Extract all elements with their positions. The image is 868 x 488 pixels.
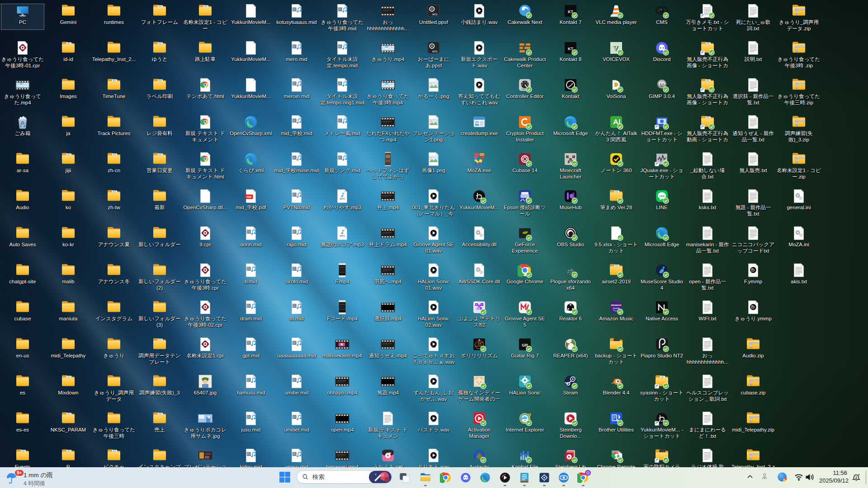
svg-text:z: z — [855, 475, 857, 479]
svg-text:z: z — [859, 473, 860, 476]
